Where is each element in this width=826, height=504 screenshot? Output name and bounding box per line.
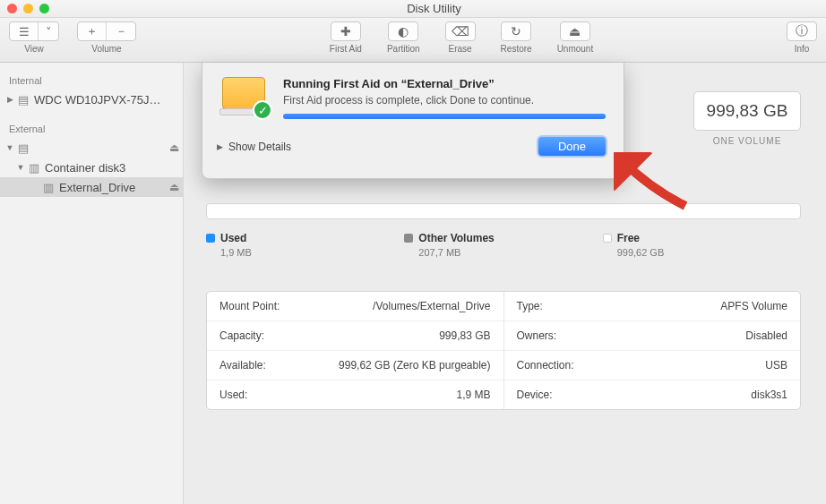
- toolbar: ☰ ˅ View ＋ － Volume ✚First Aid ◐Partitio…: [0, 18, 826, 63]
- eject-icon[interactable]: ⏏: [169, 181, 179, 193]
- other-label: Other Volumes: [418, 232, 494, 244]
- external-hdd-icon: ▤: [16, 141, 30, 155]
- unmount-button[interactable]: ⏏: [560, 21, 590, 41]
- restore-icon: ↻: [511, 24, 521, 38]
- sidebar-item-label: Container disk3: [45, 161, 179, 175]
- detail-mount-point: Mount Point:/Volumes/External_Drive: [207, 292, 503, 321]
- done-button[interactable]: Done: [538, 137, 606, 156]
- sidebar-item-external-drive[interactable]: ▥ External_Drive ⏏: [0, 177, 183, 197]
- titlebar: Disk Utility: [0, 0, 826, 18]
- free-color-swatch: [603, 234, 612, 243]
- sidebar-toggle-button[interactable]: ☰: [10, 22, 39, 40]
- detail-capacity: Capacity:999,83 GB: [207, 321, 503, 351]
- progress-bar: [283, 114, 606, 119]
- dialog-message: First Aid process is complete, click Don…: [283, 94, 606, 107]
- show-details-toggle[interactable]: ▶ Show Details: [217, 141, 291, 153]
- disk-icon: ✓: [217, 77, 271, 118]
- detail-owners: Owners:Disabled: [504, 321, 801, 351]
- window-controls: [7, 4, 49, 13]
- detail-used: Used:1,9 MB: [207, 380, 503, 409]
- view-menu-button[interactable]: ˅: [39, 22, 58, 40]
- toolbar-info-group: ⓘ Info: [787, 21, 817, 54]
- close-window-button[interactable]: [7, 4, 17, 13]
- first-aid-label: First Aid: [330, 44, 362, 54]
- zoom-window-button[interactable]: [39, 4, 49, 13]
- sidebar-item-label: External_Drive: [59, 181, 166, 194]
- restore-button[interactable]: ↻: [501, 21, 531, 41]
- restore-label: Restore: [501, 44, 532, 54]
- checkmark-badge-icon: ✓: [253, 100, 272, 120]
- minimize-window-button[interactable]: [23, 4, 33, 13]
- dialog-title: Running First Aid on “External_Drive”: [283, 77, 606, 90]
- window-title: Disk Utility: [49, 2, 819, 15]
- stethoscope-icon: ✚: [340, 24, 351, 38]
- detail-connection: Connection:USB: [504, 351, 801, 380]
- free-label: Free: [617, 232, 640, 244]
- details-right-column: Type:APFS Volume Owners:Disabled Connect…: [504, 292, 801, 409]
- pie-icon: ◐: [398, 24, 409, 38]
- detail-type: Type:APFS Volume: [504, 292, 801, 321]
- eject-icon: ⏏: [569, 24, 581, 38]
- volume-icon: ▥: [41, 181, 56, 194]
- disclosure-triangle-icon: ▶: [217, 142, 223, 151]
- show-details-label: Show Details: [228, 141, 291, 153]
- first-aid-button[interactable]: ✚: [331, 21, 361, 41]
- container-icon: ▥: [27, 161, 41, 175]
- erase-icon: ⌫: [452, 24, 469, 38]
- sidebar-item-label: WDC WD10JPVX-75J…: [34, 93, 179, 107]
- partition-button[interactable]: ◐: [388, 21, 418, 41]
- other-value: 207,7 MB: [418, 247, 602, 258]
- unmount-label: Unmount: [557, 44, 594, 54]
- toolbar-volume-group: ＋ － Volume: [77, 21, 136, 54]
- info-icon: ⓘ: [796, 23, 808, 39]
- toolbar-view-label: View: [24, 44, 44, 54]
- sidebar-item-container[interactable]: ▼ ▥ Container disk3: [0, 158, 183, 177]
- sidebar-item-external-disk[interactable]: ▼ ▤ ⏏: [0, 138, 183, 158]
- legend-free: Free 999,62 GB: [603, 232, 801, 258]
- detail-device: Device:disk3s1: [504, 380, 801, 409]
- capacity-box: 999,83 GB ONE VOLUME: [693, 91, 801, 146]
- sidebar: Internal ▶ ▤ WDC WD10JPVX-75J… External …: [0, 63, 184, 504]
- eject-icon[interactable]: ⏏: [169, 141, 179, 154]
- sidebar-heading-internal: Internal: [0, 72, 183, 90]
- sidebar-heading-external: External: [0, 120, 183, 138]
- info-button[interactable]: ⓘ: [787, 21, 817, 41]
- toolbar-view-group: ☰ ˅ View: [9, 21, 59, 54]
- capacity-subtitle: ONE VOLUME: [693, 136, 801, 146]
- erase-button[interactable]: ⌫: [445, 21, 476, 41]
- legend-used: Used 1,9 MB: [206, 232, 404, 258]
- free-value: 999,62 GB: [617, 247, 801, 258]
- disclosure-triangle-icon[interactable]: ▶: [5, 95, 14, 104]
- details-table: Mount Point:/Volumes/External_Drive Capa…: [206, 291, 801, 410]
- sidebar-item-internal-disk[interactable]: ▶ ▤ WDC WD10JPVX-75J…: [0, 90, 183, 109]
- legend-other: Other Volumes 207,7 MB: [404, 232, 602, 258]
- toolbar-volume-label: Volume: [91, 44, 121, 54]
- usage-bar: [206, 203, 801, 219]
- add-volume-button[interactable]: ＋: [78, 22, 107, 40]
- usage-section: Used 1,9 MB Other Volumes 207,7 MB Free …: [206, 203, 801, 258]
- disclosure-triangle-icon[interactable]: ▼: [16, 163, 25, 172]
- hdd-icon: ▤: [16, 93, 30, 107]
- capacity-value: 999,83 GB: [693, 91, 801, 131]
- used-value: 1,9 MB: [220, 247, 404, 258]
- first-aid-dialog: ✓ Running First Aid on “External_Drive” …: [202, 63, 624, 179]
- used-color-swatch: [206, 234, 215, 243]
- other-color-swatch: [404, 234, 413, 243]
- remove-volume-button[interactable]: －: [107, 22, 135, 40]
- partition-label: Partition: [387, 44, 420, 54]
- details-left-column: Mount Point:/Volumes/External_Drive Capa…: [207, 292, 504, 409]
- detail-available: Available:999,62 GB (Zero KB purgeable): [207, 351, 503, 380]
- erase-label: Erase: [449, 44, 472, 54]
- used-label: Used: [220, 232, 246, 244]
- disclosure-triangle-icon[interactable]: ▼: [5, 143, 14, 152]
- info-label: Info: [795, 44, 810, 54]
